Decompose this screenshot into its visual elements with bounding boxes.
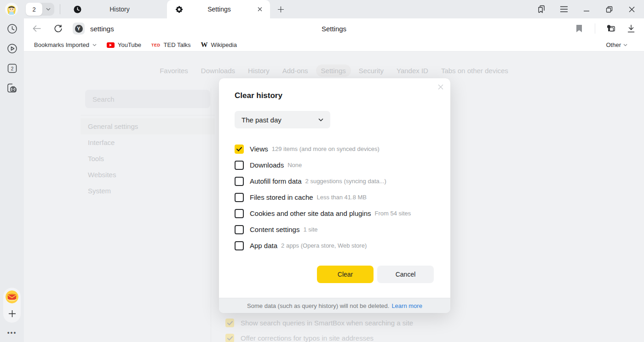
settings-search-input[interactable]: Search — [85, 90, 210, 108]
settings-nav-security[interactable]: Security — [354, 64, 389, 77]
option-detail: 1 site — [303, 226, 317, 233]
address-url[interactable]: settings — [90, 25, 114, 33]
menu-hamburger-icon[interactable] — [559, 5, 569, 14]
bookmarks-other-folder[interactable]: Other — [606, 41, 627, 48]
option-detail: Less than 41.8 MB — [317, 194, 367, 201]
history-option-app-data: App data2 apps (Opera store, Web store) — [235, 238, 434, 254]
bookmark-ted-talks[interactable]: TED TED Talks — [151, 41, 191, 48]
settings-menu-system[interactable]: System — [80, 183, 215, 199]
ted-icon: TED — [151, 43, 161, 47]
svg-text:2: 2 — [11, 66, 13, 71]
option-detail: None — [288, 162, 302, 168]
option-detail: 2 suggestions (syncing data...) — [305, 178, 386, 185]
content-settings-checkbox[interactable] — [235, 225, 244, 234]
cancel-button[interactable]: Cancel — [377, 266, 434, 283]
tab-history[interactable]: History — [62, 0, 167, 18]
option-label: Cookies and other site data and plugins — [250, 209, 371, 217]
checked-checkbox-dimmed[interactable] — [225, 319, 234, 327]
sidebar-screenshot-icon[interactable] — [6, 82, 18, 94]
password-manager-icon[interactable] — [606, 24, 615, 33]
bookmark-wikipedia-label: Wikipedia — [211, 41, 237, 48]
option-detail: From 54 sites — [375, 210, 411, 217]
cookies-and-other-site-data-and-plugins-checkbox[interactable] — [235, 209, 244, 218]
bookmark-ted-label: TED Talks — [164, 41, 191, 48]
bookmark-wikipedia[interactable]: W Wikipedia — [201, 41, 237, 49]
views-checkbox[interactable] — [235, 145, 244, 154]
bookmarks-imported-folder[interactable]: Bookmarks Imported — [34, 41, 97, 48]
tab-count-value[interactable]: 2 — [26, 3, 42, 16]
sidebar-more-icon[interactable]: ••• — [7, 329, 17, 336]
wikipedia-icon: W — [201, 41, 208, 49]
window-minimize-icon[interactable] — [582, 5, 591, 14]
yandex-mail-icon[interactable] — [6, 290, 18, 303]
tab-list-chevron-icon[interactable] — [42, 8, 54, 11]
settings-nav-downloads[interactable]: Downloads — [196, 64, 240, 77]
clear-history-dialog: Clear history The past day Views129 item… — [219, 78, 450, 313]
avatar-icon — [5, 3, 18, 16]
background-option-show-search-queries-in-smartbo: Show search queries in SmartBox when sea… — [225, 319, 413, 327]
tab-counter[interactable]: 2 — [26, 3, 54, 16]
new-tab-button[interactable] — [274, 2, 288, 16]
tab-bar: 2 History Settings — [0, 0, 644, 18]
clear-button[interactable]: Clear — [317, 266, 374, 283]
footer-note: Some data (such as query history) will n… — [247, 302, 389, 309]
files-stored-in-cache-checkbox[interactable] — [235, 193, 244, 202]
option-label: Autofill form data — [250, 177, 302, 185]
window-close-icon[interactable] — [627, 5, 636, 14]
time-period-select[interactable]: The past day — [235, 111, 330, 128]
background-option-list: Show search queries in SmartBox when sea… — [225, 319, 413, 342]
downloads-icon[interactable] — [627, 24, 636, 33]
history-clock-icon — [74, 6, 81, 13]
dialog-footer: Some data (such as query history) will n… — [219, 298, 450, 313]
tab-settings-active[interactable]: Settings — [167, 0, 270, 18]
settings-menu-interface[interactable]: Interface — [80, 134, 215, 151]
gear-icon — [175, 6, 183, 13]
sidebar-history-icon[interactable] — [6, 23, 18, 35]
tab-close-icon[interactable] — [255, 5, 264, 14]
bookmarks-other-label: Other — [606, 41, 621, 48]
chevron-down-icon — [92, 44, 97, 46]
dialog-close-icon[interactable] — [436, 82, 446, 92]
menu-separator — [80, 115, 215, 116]
youtube-icon — [107, 42, 115, 48]
bookmark-youtube[interactable]: YouTube — [107, 41, 141, 48]
learn-more-link[interactable]: Learn more — [391, 302, 422, 309]
bookmark-flag-icon[interactable] — [575, 24, 584, 33]
app-data-checkbox[interactable] — [235, 241, 244, 250]
settings-nav-settings[interactable]: Settings — [316, 64, 351, 77]
sidebar-video-icon[interactable] — [6, 42, 18, 54]
history-option-files-stored-in-cache: Files stored in cacheLess than 41.8 MB — [235, 189, 434, 205]
address-toolbar: Settings Y settings — [24, 18, 644, 39]
settings-nav-add-ons[interactable]: Add-ons — [277, 64, 313, 77]
profile-avatar[interactable] — [5, 3, 18, 16]
history-option-downloads: DownloadsNone — [235, 157, 434, 173]
settings-nav-favorites[interactable]: Favorites — [155, 64, 193, 77]
sidebar-tabs-icon[interactable]: 2 — [6, 62, 18, 74]
clear-history-options: Views129 items (and more on synced devic… — [235, 141, 434, 254]
settings-menu-websites[interactable]: Websites — [80, 167, 215, 183]
settings-menu-list: General settingsInterfaceToolsWebsitesSy… — [85, 118, 210, 199]
bookmarks-imported-label: Bookmarks Imported — [34, 41, 89, 48]
autofill-form-data-checkbox[interactable] — [235, 177, 244, 186]
settings-nav-yandex-id[interactable]: Yandex ID — [391, 64, 433, 77]
back-button[interactable] — [30, 22, 43, 35]
tab-settings-label: Settings — [183, 6, 255, 13]
reload-button[interactable] — [52, 22, 64, 35]
window-restore-icon[interactable] — [604, 5, 614, 14]
option-label: App data — [250, 242, 277, 249]
sidebar-add-icon[interactable] — [6, 308, 17, 319]
settings-menu-tools[interactable]: Tools — [80, 151, 215, 167]
option-detail: 2 apps (Opera store, Web store) — [281, 242, 367, 249]
option-label: Downloads — [250, 161, 284, 169]
settings-menu-general-settings[interactable]: General settings — [80, 118, 215, 134]
site-favicon[interactable]: Y — [73, 23, 85, 35]
history-option-content-settings: Content settings1 site — [235, 221, 434, 238]
settings-nav-history[interactable]: History — [243, 64, 275, 77]
checked-checkbox-dimmed[interactable] — [225, 334, 234, 342]
side-panels-icon[interactable] — [537, 5, 546, 14]
option-label: Files stored in cache — [250, 193, 313, 201]
settings-nav-tabs-on-other-devices[interactable]: Tabs on other devices — [436, 64, 513, 77]
downloads-checkbox[interactable] — [235, 161, 244, 170]
history-option-cookies-and-other-site-data-and-plugins: Cookies and other site data and pluginsF… — [235, 205, 434, 221]
left-sidebar: 2 ••• — [0, 18, 24, 342]
